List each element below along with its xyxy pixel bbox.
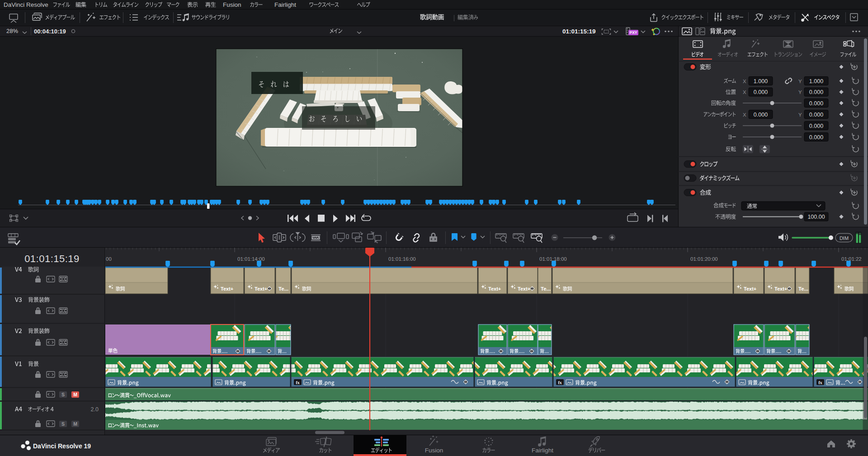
svg-text:X: X: [743, 112, 746, 118]
svg-text:01:01:22: 01:01:22: [841, 256, 862, 262]
svg-text:0.000: 0.000: [809, 89, 823, 95]
svg-text:Y: Y: [798, 79, 802, 84]
svg-text:Fusion: Fusion: [223, 1, 241, 8]
svg-text:fx: fx: [558, 380, 562, 385]
svg-text:01:01:20:00: 01:01:20:00: [690, 256, 718, 262]
svg-text:M: M: [73, 421, 77, 427]
svg-text:Fusion: Fusion: [425, 447, 443, 454]
svg-text:0.000: 0.000: [754, 112, 768, 118]
svg-text:1.000: 1.000: [809, 78, 823, 85]
svg-text:100.00: 100.00: [807, 214, 825, 220]
svg-text:01:01:15:19: 01:01:15:19: [562, 28, 596, 35]
svg-text:Text+: Text+: [488, 286, 501, 291]
svg-text:fx: fx: [296, 380, 300, 385]
svg-text:Y: Y: [798, 89, 802, 95]
svg-text:Te...: Te...: [798, 286, 808, 291]
svg-text:Y: Y: [798, 112, 802, 118]
svg-text:0.000: 0.000: [809, 100, 823, 107]
svg-text:1.000: 1.000: [754, 78, 768, 85]
svg-text:Te...: Te...: [541, 286, 551, 291]
svg-text:X: X: [743, 89, 746, 95]
svg-text:01:01:15:19: 01:01:15:19: [24, 253, 80, 264]
svg-text:X: X: [743, 79, 746, 84]
svg-text:0.000: 0.000: [809, 112, 823, 118]
svg-text:Text+: Text+: [221, 286, 233, 291]
svg-text:Text+: Text+: [744, 286, 756, 291]
svg-text:M: M: [73, 392, 77, 397]
svg-text:S: S: [61, 421, 65, 427]
svg-text:0.000: 0.000: [754, 89, 768, 95]
svg-text:00:04:10:19: 00:04:10:19: [34, 28, 66, 35]
svg-text:28%: 28%: [6, 28, 18, 34]
svg-text:2.0: 2.0: [91, 406, 99, 413]
svg-text:0.000: 0.000: [809, 123, 823, 129]
svg-text:Text+: Text+: [774, 286, 787, 291]
svg-text:00: 00: [106, 256, 112, 262]
svg-text:DaVinci Resolve: DaVinci Resolve: [4, 1, 48, 8]
svg-text:01:01:16:00: 01:01:16:00: [388, 256, 416, 262]
svg-text:DIM: DIM: [840, 235, 849, 241]
svg-text:Text+: Text+: [255, 286, 267, 291]
svg-text:Text+: Text+: [518, 286, 530, 291]
svg-text:PXY: PXY: [629, 30, 637, 35]
svg-text:DaVinci Resolve 19: DaVinci Resolve 19: [33, 442, 91, 450]
svg-text:Fairlight: Fairlight: [532, 447, 553, 454]
svg-text:fx: fx: [818, 380, 822, 385]
svg-text:S: S: [61, 392, 65, 397]
svg-text:0.000: 0.000: [809, 134, 823, 141]
svg-text:Fairlight: Fairlight: [274, 1, 296, 8]
svg-text:Te...: Te...: [278, 286, 288, 291]
